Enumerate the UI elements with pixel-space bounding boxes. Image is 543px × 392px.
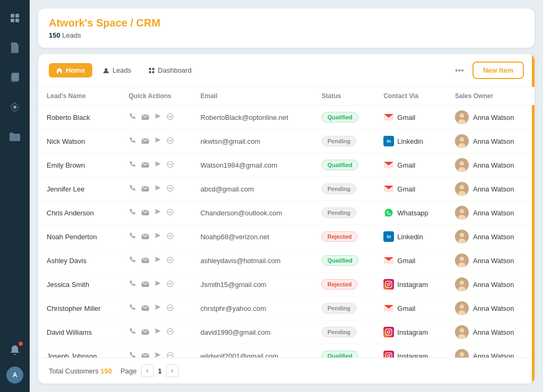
- phone-icon[interactable]: [129, 137, 136, 146]
- email-icon[interactable]: [142, 280, 149, 289]
- phone-icon[interactable]: [129, 256, 136, 265]
- lead-owner: Anna Watson: [446, 129, 535, 153]
- email-icon[interactable]: [142, 256, 149, 265]
- send-icon[interactable]: [154, 113, 161, 122]
- svg-point-71: [171, 283, 172, 284]
- tab-dashboard[interactable]: Dashboard: [142, 63, 198, 77]
- lead-name: Emily Brown: [38, 153, 120, 177]
- svg-point-30: [170, 164, 171, 165]
- svg-point-88: [169, 331, 170, 332]
- more-options-button[interactable]: •••: [451, 64, 468, 77]
- phone-icon[interactable]: [129, 232, 136, 241]
- more-icon[interactable]: [167, 113, 174, 122]
- phone-icon[interactable]: [129, 304, 136, 313]
- more-icon[interactable]: [167, 328, 174, 337]
- svg-point-41: [460, 185, 464, 189]
- send-icon[interactable]: [154, 185, 161, 194]
- file-icon[interactable]: [5, 38, 24, 57]
- owner-avatar: [455, 254, 469, 267]
- phone-icon[interactable]: [129, 328, 136, 337]
- send-icon[interactable]: [154, 161, 161, 170]
- send-icon[interactable]: [154, 280, 161, 289]
- instagram-icon: [383, 351, 394, 358]
- svg-rect-72: [386, 281, 392, 288]
- settings-icon[interactable]: [5, 98, 24, 117]
- lead-email: ashleydavis@hotmail.com: [192, 249, 313, 273]
- lead-owner: Anna Watson: [446, 153, 535, 177]
- grid-icon[interactable]: [5, 8, 24, 28]
- more-icon[interactable]: [167, 232, 174, 241]
- lead-email: chrstphr@yahoo.com: [192, 297, 313, 320]
- user-avatar[interactable]: A: [6, 367, 23, 384]
- document-stack-icon[interactable]: [5, 68, 24, 87]
- svg-point-53: [169, 236, 170, 237]
- lead-name: Jennifer Lee: [38, 177, 120, 201]
- lead-name: David Williams: [38, 320, 120, 344]
- svg-rect-91: [386, 329, 392, 335]
- new-item-button[interactable]: New Item: [472, 62, 524, 79]
- prev-page-button[interactable]: ‹: [141, 364, 154, 377]
- lead-owner: Anna Watson: [446, 225, 535, 249]
- more-icon[interactable]: [167, 185, 174, 194]
- svg-point-13: [169, 116, 170, 117]
- email-icon[interactable]: [142, 161, 149, 170]
- email-icon[interactable]: [142, 208, 149, 217]
- lead-contact: Gmail: [375, 177, 446, 201]
- more-icon[interactable]: [167, 280, 174, 289]
- email-icon[interactable]: [142, 113, 149, 122]
- quick-actions-cell: [120, 320, 192, 344]
- table-row: Emily Brown Watson1984@gmail.com Qualifi…: [38, 153, 535, 177]
- send-icon[interactable]: [154, 304, 161, 313]
- svg-point-73: [388, 283, 390, 286]
- lead-contact: Gmail: [375, 297, 446, 320]
- svg-point-6: [105, 68, 108, 71]
- lead-name: Nick Watson: [38, 129, 120, 153]
- svg-point-23: [171, 140, 172, 141]
- tab-leads[interactable]: Leads: [97, 63, 137, 77]
- email-icon[interactable]: [142, 352, 149, 358]
- folder-icon[interactable]: [5, 127, 24, 146]
- send-icon[interactable]: [154, 328, 161, 337]
- email-icon[interactable]: [142, 328, 149, 337]
- gmail-icon: [383, 303, 394, 313]
- lead-owner: Anna Watson: [446, 106, 535, 129]
- home-icon: [56, 67, 63, 74]
- more-icon[interactable]: [167, 256, 174, 265]
- svg-point-39: [171, 188, 172, 189]
- phone-icon[interactable]: [129, 185, 136, 194]
- svg-point-81: [170, 307, 171, 308]
- svg-point-100: [170, 355, 171, 356]
- email-icon[interactable]: [142, 304, 149, 313]
- svg-point-55: [171, 236, 172, 237]
- table-row: David Williams david1990@gmail.com Pendi…: [38, 320, 535, 344]
- more-icon[interactable]: [167, 304, 174, 313]
- tab-home[interactable]: Home: [49, 63, 92, 77]
- more-icon[interactable]: [167, 161, 174, 170]
- send-icon[interactable]: [154, 256, 161, 265]
- more-icon[interactable]: [167, 352, 174, 358]
- send-icon[interactable]: [154, 208, 161, 217]
- more-icon[interactable]: [167, 137, 174, 146]
- notification-icon[interactable]: [5, 340, 24, 359]
- phone-icon[interactable]: [129, 280, 136, 289]
- send-icon[interactable]: [154, 352, 161, 358]
- col-actions: Quick Actions: [120, 87, 192, 106]
- svg-point-106: [460, 352, 464, 356]
- send-icon[interactable]: [154, 232, 161, 241]
- table-row: Joseph Johnson wildwolf2001@gmail.com Qu…: [38, 344, 535, 358]
- email-icon[interactable]: [142, 137, 149, 146]
- next-page-button[interactable]: ›: [166, 364, 179, 377]
- phone-icon[interactable]: [129, 161, 136, 170]
- phone-icon[interactable]: [129, 352, 136, 358]
- email-icon[interactable]: [142, 232, 149, 241]
- gmail-icon: [383, 160, 394, 170]
- owner-avatar: [455, 325, 469, 339]
- phone-icon[interactable]: [129, 208, 136, 217]
- lead-status: Qualified: [313, 106, 375, 129]
- quick-actions-cell: [120, 106, 192, 129]
- email-icon[interactable]: [142, 185, 149, 194]
- send-icon[interactable]: [154, 137, 161, 146]
- more-icon[interactable]: [167, 208, 174, 217]
- phone-icon[interactable]: [129, 113, 136, 122]
- svg-point-90: [171, 331, 172, 332]
